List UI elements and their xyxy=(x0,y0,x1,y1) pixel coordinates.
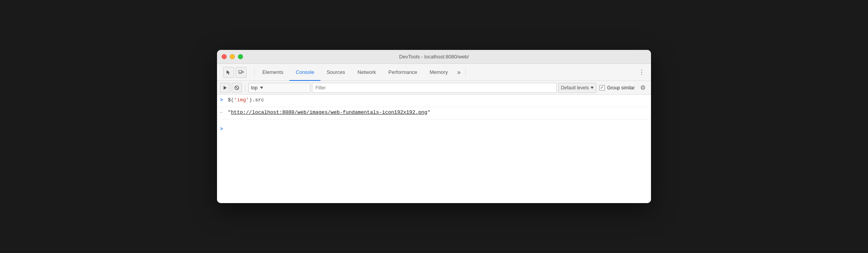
svg-marker-3 xyxy=(224,86,227,90)
cursor-icon xyxy=(226,70,231,75)
tabbar: Elements Console Sources Network Perform… xyxy=(217,64,651,81)
device-icon xyxy=(238,70,244,75)
traffic-lights xyxy=(222,54,243,59)
levels-chevron-icon xyxy=(591,87,594,89)
titlebar: DevTools - localhost:8080/web/ xyxy=(217,50,651,64)
console-return-code: "http://localhost:8080/web/images/web-fu… xyxy=(228,109,648,115)
tab-elements[interactable]: Elements xyxy=(256,64,289,81)
execute-context-button[interactable] xyxy=(220,83,230,93)
no-icon xyxy=(234,85,239,90)
svg-rect-0 xyxy=(239,70,242,73)
tab-performance[interactable]: Performance xyxy=(382,64,423,81)
devtools-menu-button[interactable]: ⋮ xyxy=(636,64,648,81)
group-similar-option[interactable]: ✓ Group similar xyxy=(598,85,636,91)
console-url-link[interactable]: http://localhost:8080/web/images/web-fun… xyxy=(231,109,427,115)
quote-open: " xyxy=(228,109,231,115)
console-output: > $('img').src ← "http://localhost:8080/… xyxy=(217,95,651,203)
console-input-arrow: > xyxy=(220,97,228,103)
tab-separator-2 xyxy=(465,68,466,77)
close-button[interactable] xyxy=(222,54,227,59)
console-prompt-arrow: > xyxy=(220,126,228,132)
toolbar-divider-1 xyxy=(245,84,245,92)
console-input-code: $('img').src xyxy=(228,97,648,103)
minimize-button[interactable] xyxy=(230,54,235,59)
tab-network[interactable]: Network xyxy=(351,64,382,81)
svg-rect-1 xyxy=(242,71,243,73)
code-paren: ).src xyxy=(249,97,264,103)
cursor-icon-button[interactable] xyxy=(223,67,234,78)
code-dollar: $( xyxy=(228,97,234,103)
context-selector[interactable]: top xyxy=(248,83,310,93)
console-return-line: ← "http://localhost:8080/web/images/web-… xyxy=(217,107,651,120)
default-levels-button[interactable]: Default levels xyxy=(558,83,596,93)
window-title: DevTools - localhost:8080/web/ xyxy=(399,54,469,60)
more-tabs-button[interactable]: » xyxy=(454,64,464,81)
tab-separator-1 xyxy=(254,68,255,77)
clear-console-button[interactable] xyxy=(232,83,242,93)
filter-input[interactable] xyxy=(312,83,557,93)
console-prompt-line[interactable]: > xyxy=(217,120,651,139)
device-icon-button[interactable] xyxy=(236,67,246,78)
quote-close: " xyxy=(427,109,431,115)
chevron-down-icon xyxy=(260,87,263,89)
console-toolbar: top Default levels ✓ Group similar ⚙ xyxy=(217,81,651,95)
code-string: 'img' xyxy=(234,97,249,103)
devtools-window: DevTools - localhost:8080/web/ Elements xyxy=(217,50,651,203)
group-similar-checkbox[interactable]: ✓ xyxy=(599,85,605,91)
console-settings-button[interactable]: ⚙ xyxy=(638,83,648,93)
tab-icon-group xyxy=(220,67,250,78)
tab-sources[interactable]: Sources xyxy=(320,64,351,81)
maximize-button[interactable] xyxy=(238,54,243,59)
tab-memory[interactable]: Memory xyxy=(424,64,454,81)
tab-console[interactable]: Console xyxy=(289,64,320,81)
console-return-arrow: ← xyxy=(220,110,228,115)
console-input-line: > $('img').src xyxy=(217,95,651,107)
play-icon xyxy=(223,85,227,90)
svg-line-5 xyxy=(236,86,238,89)
